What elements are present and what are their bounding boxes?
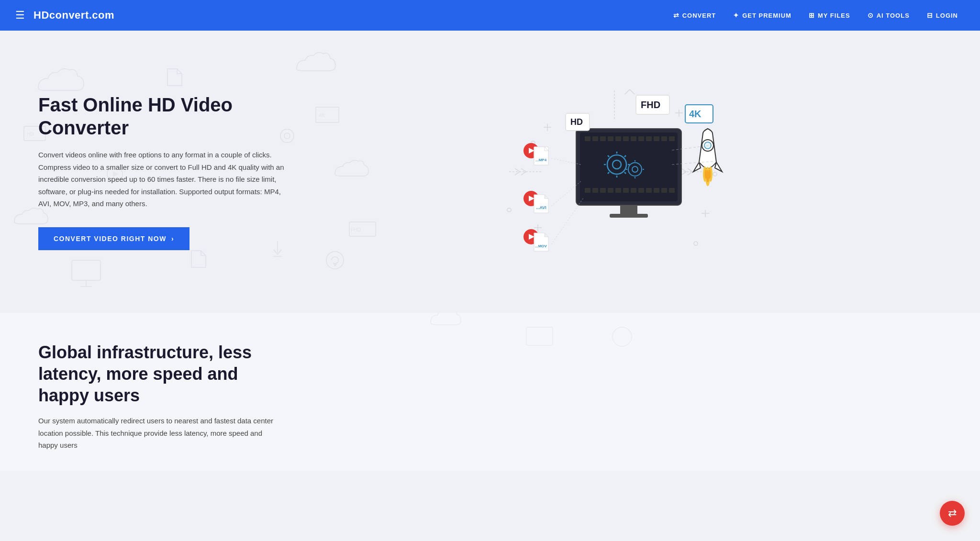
svg-point-92 [704, 142, 711, 149]
svg-rect-33 [585, 136, 590, 141]
mp4-file: ...MP4 [523, 143, 548, 165]
svg-rect-34 [592, 136, 598, 141]
rocket [693, 129, 722, 186]
svg-rect-56 [669, 188, 675, 193]
hamburger-menu[interactable]: ☰ [15, 9, 25, 22]
svg-rect-35 [600, 136, 606, 141]
svg-text:...AVI: ...AVI [536, 205, 546, 210]
svg-point-28 [507, 208, 511, 212]
svg-rect-54 [654, 188, 659, 193]
cta-arrow-icon: › [171, 235, 174, 243]
site-logo: HDconvert.com [33, 9, 667, 22]
svg-rect-52 [638, 188, 644, 193]
svg-point-26 [713, 172, 717, 176]
fhd-badge: FHD [636, 95, 669, 114]
svg-rect-51 [631, 188, 636, 193]
section2-description: Our system automatically redirect users … [38, 415, 278, 452]
svg-point-105 [612, 327, 632, 346]
nav-links: ⇄ CONVERT ✦ GET PREMIUM ⊞ MY FILES ⊙ AI … [667, 8, 965, 23]
svg-rect-44 [669, 136, 675, 141]
nav-convert[interactable]: ⇄ CONVERT [667, 8, 723, 23]
login-icon: ⊟ [927, 11, 933, 19]
svg-text:...MP4: ...MP4 [535, 158, 547, 162]
svg-rect-45 [585, 188, 590, 193]
svg-rect-42 [654, 136, 659, 141]
mov-file: ...MOV [523, 229, 548, 251]
convert-icon: ⇄ [673, 11, 679, 19]
svg-rect-37 [615, 136, 621, 141]
svg-rect-0 [72, 260, 100, 280]
hero-title: Fast Online HD Video Converter [38, 93, 287, 139]
svg-rect-53 [646, 188, 652, 193]
hero-content: Fast Online HD Video Converter Convert v… [38, 93, 287, 250]
svg-rect-48 [608, 188, 613, 193]
svg-text:HD: HD [27, 132, 33, 137]
svg-rect-43 [661, 136, 667, 141]
4k-badge: 4K [685, 105, 713, 123]
premium-icon: ✦ [733, 11, 739, 19]
hero-section: 4K HD FHD [0, 31, 980, 313]
section2-title: Global infrastructure, less latency, mor… [38, 342, 278, 406]
svg-rect-50 [623, 188, 629, 193]
aitools-icon: ⊙ [868, 11, 874, 19]
section2: Global infrastructure, less latency, mor… [0, 313, 980, 471]
svg-point-98 [709, 169, 711, 179]
svg-rect-40 [638, 136, 644, 141]
nav-myfiles[interactable]: ⊞ MY FILES [802, 8, 857, 23]
svg-rect-47 [600, 188, 606, 193]
illustration-svg: FHD 4K HD ...MP4 [495, 81, 734, 263]
svg-text:4K: 4K [689, 109, 702, 119]
hd-badge: HD [566, 113, 590, 131]
svg-rect-39 [631, 136, 636, 141]
svg-text:HD: HD [570, 117, 583, 127]
svg-rect-104 [526, 327, 553, 345]
convert-cta-button[interactable]: CONVERT VIDEO RIGHT NOW › [38, 227, 189, 250]
svg-rect-74 [610, 214, 648, 218]
svg-rect-36 [608, 136, 613, 141]
svg-point-29 [694, 242, 698, 245]
navbar: ☰ HDconvert.com ⇄ CONVERT ✦ GET PREMIUM … [0, 0, 980, 31]
monitor [576, 129, 681, 218]
svg-text:...MOV: ...MOV [535, 244, 547, 248]
hero-description: Convert videos online with free options … [38, 149, 287, 210]
hero-illustration: FHD 4K HD ...MP4 [287, 71, 942, 272]
svg-text:FHD: FHD [641, 99, 660, 110]
svg-rect-38 [623, 136, 629, 141]
nav-premium[interactable]: ✦ GET PREMIUM [726, 8, 798, 23]
svg-rect-55 [661, 188, 667, 193]
svg-rect-73 [620, 205, 637, 215]
svg-rect-46 [592, 188, 598, 193]
svg-rect-41 [646, 136, 652, 141]
myfiles-icon: ⊞ [809, 11, 815, 19]
nav-login[interactable]: ⊟ LOGIN [920, 8, 965, 23]
svg-rect-49 [615, 188, 621, 193]
nav-aitools[interactable]: ⊙ AI TOOLS [861, 8, 916, 23]
avi-file: ...AVI [523, 191, 548, 213]
